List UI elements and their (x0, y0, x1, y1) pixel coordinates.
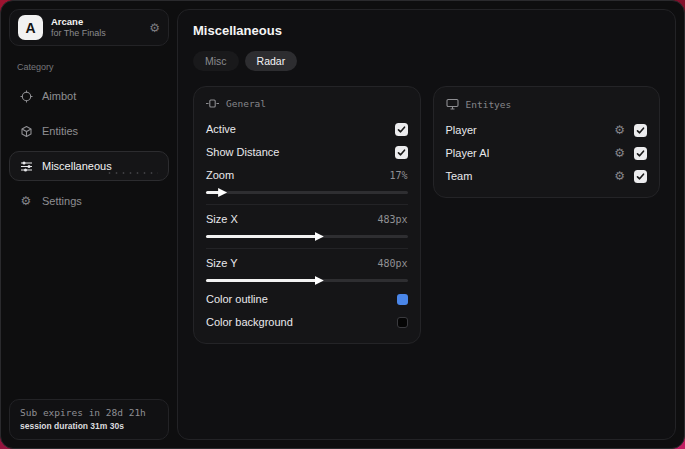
size-y-slider[interactable] (206, 275, 408, 285)
dots-decoration (106, 170, 158, 176)
general-panel-header: General (206, 98, 408, 109)
panels-row: General Active Show Distance (193, 86, 660, 344)
box-icon (19, 124, 33, 138)
gear-icon[interactable]: ⚙ (149, 21, 160, 35)
brand-card: A Arcane for The Finals ⚙ (9, 9, 169, 46)
gear-icon: ⚙ (19, 194, 33, 208)
entity-checkbox[interactable] (634, 147, 647, 160)
entity-row-team: Team ⚙ (446, 166, 648, 186)
entities-panel-header: Entityes (446, 98, 648, 110)
brand-title: Arcane (51, 17, 141, 28)
general-panel: General Active Show Distance (193, 86, 421, 344)
entity-controls: ⚙ (614, 170, 647, 183)
color-background-label: Color background (206, 316, 293, 328)
slider-thumb[interactable] (315, 232, 324, 241)
zoom-row: Zoom 17% (206, 165, 408, 185)
tab-bar: Misc Radar (193, 51, 660, 71)
gear-icon[interactable]: ⚙ (614, 124, 625, 136)
tab-radar[interactable]: Radar (245, 51, 298, 71)
sidebar-item-miscellaneous[interactable]: Miscellaneous (9, 151, 169, 181)
gear-icon[interactable]: ⚙ (614, 147, 625, 159)
check-icon (636, 149, 645, 158)
entity-label: Player (446, 124, 477, 136)
category-label: Category (17, 62, 169, 72)
page-title: Miscellaneous (193, 23, 660, 38)
show-distance-label: Show Distance (206, 146, 279, 158)
size-y-label: Size Y (206, 257, 238, 269)
zoom-value: 17% (389, 170, 407, 181)
size-y-value: 480px (377, 258, 407, 269)
divider (206, 248, 408, 249)
size-x-slider[interactable] (206, 231, 408, 241)
size-y-row: Size Y 480px (206, 253, 408, 273)
entities-panel-title: Entityes (466, 99, 512, 110)
active-checkbox[interactable] (395, 123, 408, 136)
check-icon (636, 126, 645, 135)
check-icon (636, 172, 645, 181)
size-x-row: Size X 483px (206, 209, 408, 229)
entity-label: Team (446, 170, 473, 182)
zoom-slider[interactable] (206, 187, 408, 197)
active-row: Active (206, 119, 408, 139)
entity-row-player-ai: Player AI ⚙ (446, 143, 648, 163)
divider (206, 204, 408, 205)
slider-fill (206, 235, 317, 238)
sidebar-item-label: Aimbot (42, 90, 76, 102)
color-background-swatch[interactable] (397, 317, 408, 328)
show-distance-checkbox[interactable] (395, 146, 408, 159)
size-x-label: Size X (206, 213, 238, 225)
size-x-value: 483px (377, 214, 407, 225)
entity-row-player: Player ⚙ (446, 120, 648, 140)
sidebar-item-label: Entities (42, 125, 78, 137)
desktop-background: { "sidebar": { "brand": { "initial": "A"… (0, 0, 685, 449)
color-outline-label: Color outline (206, 293, 268, 305)
general-panel-title: General (226, 98, 266, 109)
sidebar: A Arcane for The Finals ⚙ Category (1, 1, 177, 448)
active-label: Active (206, 123, 236, 135)
subscription-expiry: Sub expires in 28d 21h (20, 407, 158, 418)
slider-thumb[interactable] (315, 276, 324, 285)
entity-controls: ⚙ (614, 124, 647, 137)
brand-text: Arcane for The Finals (51, 17, 141, 38)
crosshair-icon (19, 89, 33, 103)
app-window: A Arcane for The Finals ⚙ Category (0, 0, 685, 449)
color-background-row: Color background (206, 312, 408, 332)
slider-track (206, 191, 408, 194)
check-icon (397, 148, 406, 157)
color-outline-swatch[interactable] (397, 294, 408, 305)
slider-fill (206, 191, 220, 194)
sidebar-nav: Aimbot Entities (9, 76, 169, 216)
entity-controls: ⚙ (614, 147, 647, 160)
subscription-card: Sub expires in 28d 21h session duration … (9, 399, 169, 440)
sliders-icon (19, 159, 33, 173)
entity-checkbox[interactable] (634, 124, 647, 137)
slider-fill (206, 279, 317, 282)
sidebar-item-label: Settings (42, 195, 82, 207)
entity-checkbox[interactable] (634, 170, 647, 183)
sidebar-item-entities[interactable]: Entities (9, 116, 169, 146)
sidebar-item-settings[interactable]: ⚙ Settings (9, 186, 169, 216)
entity-label: Player AI (446, 147, 490, 159)
brand-logo: A (18, 15, 43, 40)
check-icon (397, 125, 406, 134)
main-content: Miscellaneous Misc Radar General Active (177, 9, 676, 440)
show-distance-row: Show Distance (206, 142, 408, 162)
slider-thumb[interactable] (218, 188, 227, 197)
entities-panel: Entityes Player ⚙ Player AI (433, 86, 661, 198)
tab-misc[interactable]: Misc (193, 51, 239, 71)
sidebar-item-label: Miscellaneous (42, 160, 112, 172)
session-duration: session duration 31m 30s (20, 421, 158, 431)
gear-icon[interactable]: ⚙ (614, 170, 625, 182)
display-icon (206, 98, 219, 109)
sidebar-item-aimbot[interactable]: Aimbot (9, 81, 169, 111)
zoom-label: Zoom (206, 169, 234, 181)
color-outline-row: Color outline (206, 289, 408, 309)
brand-subtitle: for The Finals (51, 28, 141, 38)
monitor-icon (446, 98, 459, 110)
